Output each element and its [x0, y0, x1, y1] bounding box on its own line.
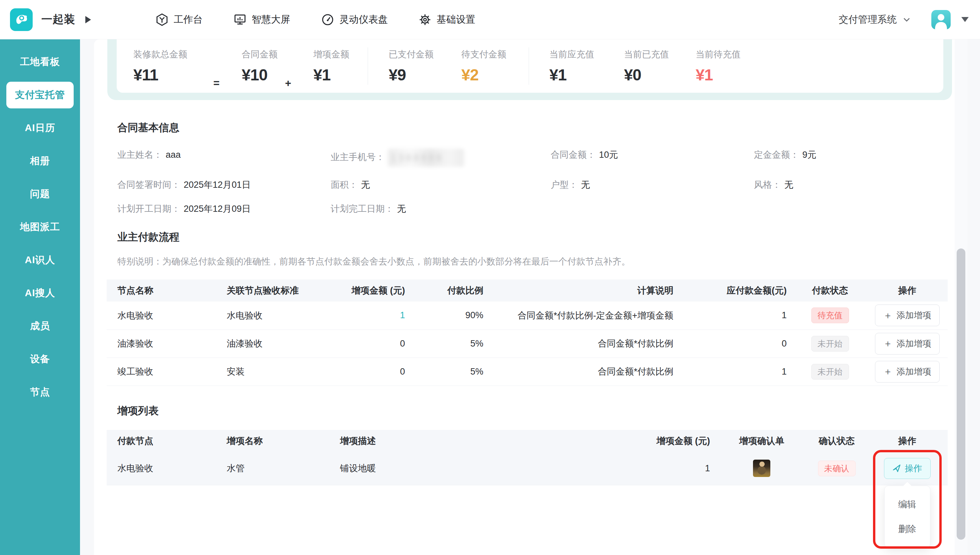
- menu-item-edit[interactable]: 编辑: [885, 492, 930, 517]
- field-contract-amount: 合同金额：10元: [551, 149, 754, 167]
- confirmation-photo-thumbnail[interactable]: [753, 460, 771, 477]
- user-avatar[interactable]: [931, 10, 951, 29]
- nav-item-workbench[interactable]: 工作台: [155, 13, 203, 26]
- field-area: 面积：无: [331, 179, 551, 191]
- payment-summary-card: 装修款总金额 ¥11 = 合同金额 ¥10 + 增项金额 ¥1 已支付金额 ¥9: [117, 39, 943, 93]
- section-title-contract: 合同基本信息: [117, 121, 948, 135]
- payment-flow-section: 业主付款流程 特别说明：为确保总付款金额的准确性，前期各节点付款金额会舍去小数点…: [117, 230, 948, 268]
- field-owner-name: 业主姓名：aaa: [117, 149, 331, 167]
- workbench-icon: [155, 13, 169, 26]
- contract-info-section: 合同基本信息 业主姓名：aaa 业主手机号：1388888 合同金额：10元 定…: [117, 121, 948, 215]
- stat-unpaid-amount: 待支付金额 ¥2: [461, 48, 529, 84]
- row-action-button[interactable]: 操作: [884, 458, 930, 479]
- payment-flow-table: 节点名称 关联节点验收标准 增项金额 (元) 付款比例 计算说明 应付款金额(元…: [107, 279, 948, 386]
- field-house-type: 户型：无: [551, 179, 754, 191]
- stat-contract-amount: 合同金额 ¥10: [241, 48, 285, 84]
- sidebar-item-members[interactable]: 成员: [0, 310, 80, 343]
- smart-screen-icon: [233, 13, 247, 26]
- sidebar-item-album[interactable]: 相册: [0, 144, 80, 178]
- brand-name: 一起装: [42, 12, 75, 27]
- add-addition-button[interactable]: ＋添加增项: [875, 333, 940, 354]
- main-nav: 工作台 智慧大屏 灵动仪表盘: [155, 13, 475, 26]
- sidebar-item-devices[interactable]: 设备: [0, 343, 80, 375]
- status-badge: 未确认: [818, 460, 856, 476]
- account-caret-down-icon[interactable]: [961, 17, 969, 22]
- nav-item-smart-screen[interactable]: 智慧大屏: [233, 13, 290, 26]
- menu-item-delete[interactable]: 删除: [885, 517, 930, 541]
- sidebar-item-ai-recognize[interactable]: AI识人: [0, 244, 80, 276]
- section-title-additions: 增项列表: [117, 404, 948, 418]
- field-owner-phone: 业主手机号：1388888: [331, 149, 551, 167]
- dashboard-gauge-icon: [321, 13, 334, 26]
- stat-recharged: 当前已充值 ¥0: [624, 48, 695, 84]
- scrollbar-thumb[interactable]: [957, 249, 965, 540]
- gear-icon: [418, 13, 432, 26]
- section-title-payment-flow: 业主付款流程: [117, 230, 948, 244]
- nav-item-dashboard[interactable]: 灵动仪表盘: [321, 13, 388, 26]
- sidebar-item-nodes[interactable]: 节点: [0, 375, 80, 409]
- addition-amount-link[interactable]: 1: [400, 310, 405, 320]
- sidebar-nav: 工地看板 支付宝托管 AI日历 相册 问题 地图派工 AI识人 AI搜人 成员 …: [0, 39, 80, 555]
- add-addition-button[interactable]: ＋添加增项: [875, 305, 940, 326]
- app-logo-icon: [10, 8, 33, 31]
- plus-icon: ＋: [883, 367, 893, 376]
- sidebar-item-issues[interactable]: 问题: [0, 178, 80, 210]
- table-row: 水电验收 水电验收 1 90% 合同金额*付款比例-定金金额+增项金额 1 待充…: [107, 302, 948, 329]
- nav-label: 灵动仪表盘: [339, 13, 388, 26]
- equals-operator: =: [213, 77, 241, 89]
- sidebar-item-alipay-escrow[interactable]: 支付宝托管: [0, 79, 80, 111]
- additions-section: 增项列表: [117, 404, 948, 418]
- brand-expand-arrow-icon[interactable]: [85, 16, 91, 23]
- brand[interactable]: 一起装: [0, 8, 133, 31]
- sidebar-item-ai-search[interactable]: AI搜人: [0, 276, 80, 310]
- stat-should-recharge: 当前应充值 ¥1: [549, 48, 624, 84]
- sidebar-item-ai-calendar[interactable]: AI日历: [0, 111, 80, 144]
- nav-label: 基础设置: [436, 13, 475, 26]
- status-badge: 待充值: [811, 308, 849, 323]
- send-icon: [892, 464, 901, 473]
- field-sign-date: 合同签署时间：2025年12月01日: [117, 179, 331, 191]
- action-dropdown-menu: 编辑 删除: [884, 486, 930, 548]
- table-header-row: 节点名称 关联节点验收标准 增项金额 (元) 付款比例 计算说明 应付款金额(元…: [107, 279, 948, 302]
- system-switcher[interactable]: 交付管理系统: [839, 13, 911, 26]
- plus-icon: ＋: [883, 311, 893, 320]
- status-badge: 未开始: [811, 336, 849, 351]
- summary-band: 装修款总金额 ¥11 = 合同金额 ¥10 + 增项金额 ¥1 已支付金额 ¥9: [107, 39, 952, 100]
- payment-flow-note: 特别说明：为确保总付款金额的准确性，前期各节点付款金额会舍去小数点，前期被舍去的…: [117, 255, 948, 268]
- sidebar-item-map-dispatch[interactable]: 地图派工: [0, 210, 80, 244]
- top-header: 一起装 工作台 智慧大屏: [0, 0, 980, 39]
- table-row: 水电验收 水管 铺设地暖 1 未确认: [107, 452, 948, 485]
- contract-info-grid: 业主姓名：aaa 业主手机号：1388888 合同金额：10元 定金金额：9元 …: [117, 149, 948, 215]
- nav-label: 智慧大屏: [252, 13, 290, 26]
- stat-pending-recharge: 当前待充值 ¥1: [695, 48, 763, 84]
- plus-operator: +: [285, 77, 313, 89]
- add-addition-button[interactable]: ＋添加增项: [875, 361, 940, 383]
- field-style: 风格：无: [754, 179, 948, 191]
- additions-table: 付款节点 增项名称 增项描述 增项金额 (元) 增项确认单 确认状态 操作 水电…: [107, 430, 948, 486]
- status-badge: 未开始: [811, 364, 849, 380]
- divider: [368, 47, 368, 85]
- sidebar-item-site-board[interactable]: 工地看板: [0, 45, 80, 79]
- stat-total-amount: 装修款总金额 ¥11: [133, 48, 213, 84]
- stat-paid-amount: 已支付金额 ¥9: [388, 48, 461, 84]
- table-row: 油漆验收 油漆验收 0 5% 合同金额*付款比例 0 未开始 ＋添加增项: [107, 329, 948, 358]
- system-label: 交付管理系统: [839, 13, 897, 26]
- nav-label: 工作台: [174, 13, 203, 26]
- field-planned-start: 计划开工日期：2025年12月09日: [117, 203, 331, 215]
- stat-addition-amount: 增项金额 ¥1: [313, 48, 368, 84]
- header-right: 交付管理系统: [839, 10, 980, 29]
- divider: [529, 47, 529, 85]
- nav-item-settings[interactable]: 基础设置: [418, 13, 475, 26]
- field-deposit-amount: 定金金额：9元: [754, 149, 948, 167]
- table-header-row: 付款节点 增项名称 增项描述 增项金额 (元) 增项确认单 确认状态 操作: [107, 430, 948, 452]
- field-planned-finish: 计划完工日期：无: [331, 203, 551, 215]
- plus-icon: ＋: [883, 339, 893, 348]
- main-area: 装修款总金额 ¥11 = 合同金额 ¥10 + 增项金额 ¥1 已支付金额 ¥9: [80, 39, 980, 555]
- masked-phone-value: 1388888: [388, 149, 464, 167]
- content-panel: 装修款总金额 ¥11 = 合同金额 ¥10 + 增项金额 ¥1 已支付金额 ¥9: [94, 39, 967, 555]
- scrollbar-track[interactable]: [954, 39, 967, 555]
- table-row: 竣工验收 安装 0 5% 合同金额*付款比例 1 未开始 ＋添加增项: [107, 358, 948, 386]
- row-action-area: 操作 编辑 删除: [884, 458, 930, 479]
- chevron-down-icon: [902, 15, 911, 24]
